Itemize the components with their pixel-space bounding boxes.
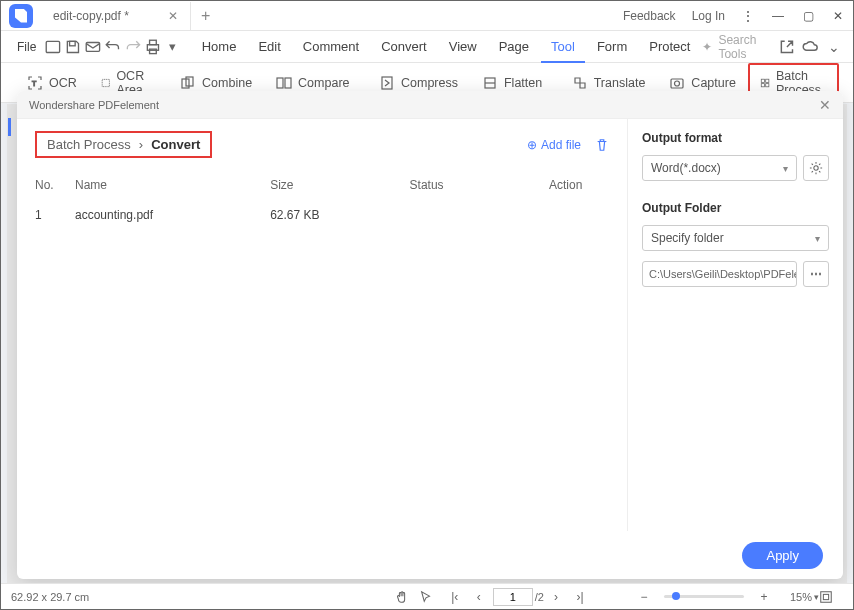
zoom-slider[interactable] xyxy=(664,595,744,598)
page-input[interactable] xyxy=(493,588,533,606)
zoom-out-icon[interactable]: − xyxy=(632,590,656,604)
undo-icon[interactable] xyxy=(104,36,122,58)
breadcrumb-current: Convert xyxy=(151,137,200,152)
output-folder-label: Output Folder xyxy=(642,201,829,215)
svg-rect-5 xyxy=(149,49,156,53)
hand-tool-icon[interactable] xyxy=(395,590,419,604)
svg-rect-11 xyxy=(285,78,291,88)
flatten-button[interactable]: Flatten xyxy=(470,75,554,91)
folder-path-display: C:\Users\Geili\Desktop\PDFelement\Co xyxy=(642,261,797,287)
search-tools[interactable]: ✦ Search Tools xyxy=(702,33,771,61)
format-settings-button[interactable] xyxy=(803,155,829,181)
tab-title: edit-copy.pdf * xyxy=(53,9,129,23)
next-page-icon[interactable]: › xyxy=(544,590,568,604)
combine-button[interactable]: Combine xyxy=(168,75,264,91)
header-action: Action xyxy=(549,178,609,192)
compress-button[interactable]: Compress xyxy=(367,75,470,91)
apply-button[interactable]: Apply xyxy=(742,542,823,569)
header-size: Size xyxy=(270,178,409,192)
batch-process-modal: Wondershare PDFelement ✕ Batch Process ›… xyxy=(17,91,843,579)
cell-no: 1 xyxy=(35,208,75,222)
title-bar: edit-copy.pdf * ✕ + Feedback Log In ⋮ — … xyxy=(1,1,853,31)
breadcrumb: Batch Process › Convert xyxy=(35,131,212,158)
menu-view[interactable]: View xyxy=(439,31,487,63)
menu-page[interactable]: Page xyxy=(489,31,539,63)
cell-name: accounting.pdf xyxy=(75,208,270,222)
chevron-down-icon[interactable]: ⌄ xyxy=(825,36,843,58)
first-page-icon[interactable]: |‹ xyxy=(443,590,467,604)
menu-home[interactable]: Home xyxy=(192,31,247,63)
add-file-button[interactable]: ⊕ Add file xyxy=(527,138,581,152)
svg-rect-21 xyxy=(821,591,832,602)
menu-bar: File ▾ Home Edit Comment Convert View Pa… xyxy=(1,31,853,63)
close-tab-icon[interactable]: ✕ xyxy=(168,9,178,23)
compare-button[interactable]: Compare xyxy=(264,75,361,91)
cell-status xyxy=(410,208,549,222)
menu-convert[interactable]: Convert xyxy=(371,31,437,63)
print-icon[interactable] xyxy=(144,36,162,58)
svg-rect-16 xyxy=(761,79,764,82)
svg-rect-17 xyxy=(766,79,769,82)
output-format-select[interactable]: Word(*.docx) ▾ xyxy=(642,155,797,181)
translate-button[interactable]: Translate xyxy=(560,75,658,91)
modal-left-panel: Batch Process › Convert ⊕ Add file No. N… xyxy=(17,119,627,531)
minimize-button[interactable]: — xyxy=(763,9,793,23)
header-name: Name xyxy=(75,178,270,192)
svg-rect-14 xyxy=(671,79,683,88)
svg-rect-19 xyxy=(766,83,769,86)
chevron-down-icon: ▾ xyxy=(783,163,788,174)
maximize-button[interactable]: ▢ xyxy=(793,9,823,23)
dropdown-icon[interactable]: ▾ xyxy=(163,36,181,58)
file-row[interactable]: 1 accounting.pdf 62.67 KB xyxy=(35,200,609,230)
output-format-label: Output format xyxy=(642,131,829,145)
header-status: Status xyxy=(410,178,549,192)
mail-icon[interactable] xyxy=(84,36,102,58)
page-dimensions: 62.92 x 29.7 cm xyxy=(11,591,89,603)
svg-text:T: T xyxy=(32,80,37,87)
svg-rect-4 xyxy=(149,40,156,44)
document-tab[interactable]: edit-copy.pdf * ✕ xyxy=(41,2,191,30)
kebab-menu-icon[interactable]: ⋮ xyxy=(733,8,763,24)
file-list-header: No. Name Size Status Action xyxy=(35,170,609,200)
svg-rect-0 xyxy=(47,41,60,52)
search-placeholder: Search Tools xyxy=(718,33,771,61)
modal-titlebar: Wondershare PDFelement ✕ xyxy=(17,91,843,119)
modal-close-button[interactable]: ✕ xyxy=(819,97,831,113)
svg-point-20 xyxy=(814,166,818,170)
menu-tool[interactable]: Tool xyxy=(541,31,585,63)
login-link[interactable]: Log In xyxy=(684,9,733,23)
menu-comment[interactable]: Comment xyxy=(293,31,369,63)
page-total: /2 xyxy=(535,591,544,603)
svg-rect-1 xyxy=(70,41,76,45)
external-link-icon[interactable] xyxy=(778,36,796,58)
cloud-icon[interactable] xyxy=(801,36,819,58)
fit-page-icon[interactable] xyxy=(819,590,843,604)
svg-rect-18 xyxy=(761,83,764,86)
zoom-level: 15% xyxy=(776,591,812,603)
svg-rect-22 xyxy=(823,594,828,599)
side-marker xyxy=(8,118,11,136)
save-icon[interactable] xyxy=(64,36,82,58)
add-tab-button[interactable]: + xyxy=(191,7,220,25)
cell-action xyxy=(549,208,609,222)
capture-button[interactable]: Capture xyxy=(657,75,747,91)
menu-form[interactable]: Form xyxy=(587,31,637,63)
menu-protect[interactable]: Protect xyxy=(639,31,700,63)
delete-icon[interactable] xyxy=(595,138,609,152)
open-icon[interactable] xyxy=(44,36,62,58)
browse-folder-button[interactable]: ⋯ xyxy=(803,261,829,287)
close-window-button[interactable]: ✕ xyxy=(823,9,853,23)
output-folder-select[interactable]: Specify folder ▾ xyxy=(642,225,829,251)
svg-rect-10 xyxy=(277,78,283,88)
redo-icon[interactable] xyxy=(124,36,142,58)
ocr-button[interactable]: TOCR xyxy=(15,75,89,91)
feedback-link[interactable]: Feedback xyxy=(615,9,684,23)
menu-edit[interactable]: Edit xyxy=(248,31,290,63)
last-page-icon[interactable]: ›| xyxy=(568,590,592,604)
select-tool-icon[interactable] xyxy=(419,590,443,604)
zoom-in-icon[interactable]: + xyxy=(752,590,776,604)
file-menu[interactable]: File xyxy=(11,40,42,54)
breadcrumb-root[interactable]: Batch Process xyxy=(47,137,131,152)
prev-page-icon[interactable]: ‹ xyxy=(467,590,491,604)
chevron-right-icon: › xyxy=(139,137,143,152)
